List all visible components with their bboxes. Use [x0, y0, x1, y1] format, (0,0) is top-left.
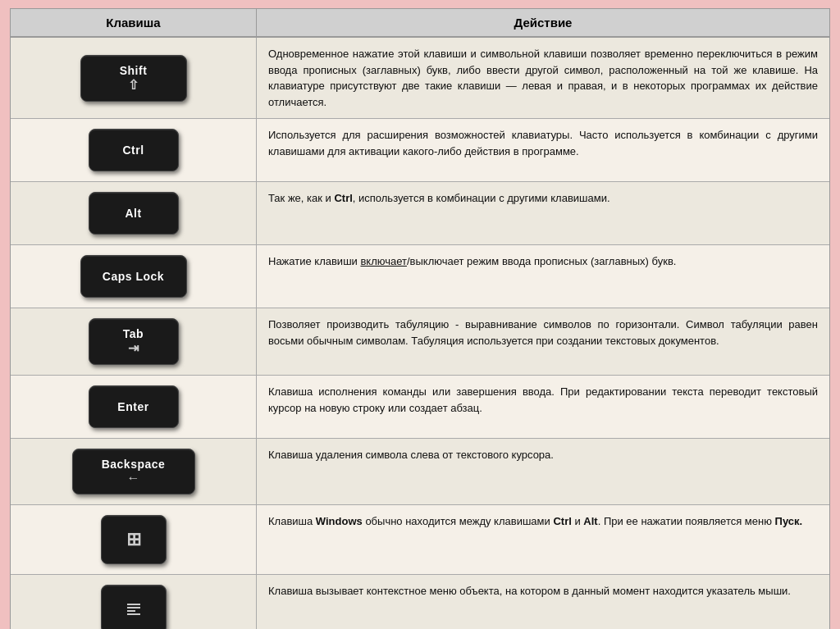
- table-row: Alt Так же, как и Ctrl, используется в к…: [11, 182, 829, 245]
- key-capslock: Caps Lock: [80, 255, 187, 298]
- key-label-alt: Alt: [125, 207, 141, 220]
- menu-line-4: [127, 613, 140, 615]
- table-header: Клавиша Действие: [11, 9, 829, 38]
- key-label-shift: Shift: [120, 64, 148, 77]
- key-cell-capslock: Caps Lock: [11, 245, 257, 308]
- desc-enter: Клавиша исполнения команды или завершени…: [257, 376, 829, 438]
- desc-tab: Позволяет производить табуляцию - выравн…: [257, 308, 829, 375]
- key-cell-ctrl: Ctrl: [11, 119, 257, 181]
- key-label-tab: Tab: [123, 327, 144, 340]
- key-enter: Enter: [89, 385, 179, 428]
- desc-windows: Клавиша Windows обычно находится между к…: [257, 505, 829, 574]
- table-row: Клавиша вызывает контекстное меню объект…: [11, 575, 829, 629]
- table-row: Shift ⇧ Одновременное нажатие этой клави…: [11, 38, 829, 119]
- desc-menu: Клавиша вызывает контекстное меню объект…: [257, 575, 829, 629]
- menu-icon: [127, 604, 140, 615]
- desc-capslock: Нажатие клавиши включает/выключает режим…: [257, 245, 829, 308]
- key-label-enter: Enter: [117, 400, 148, 413]
- key-backspace: Backspace ←: [72, 449, 195, 495]
- table-row: Ctrl Используется для расширения возможн…: [11, 119, 829, 182]
- keyboard-table: Клавиша Действие Shift ⇧ Одновременное н…: [10, 8, 830, 629]
- menu-line-1: [127, 604, 140, 605]
- desc-backspace: Клавиша удаления символа слева от тексто…: [257, 439, 829, 504]
- key-label-capslock: Caps Lock: [103, 270, 164, 283]
- header-action: Действие: [257, 9, 829, 36]
- key-windows: ⊞: [101, 515, 167, 564]
- tab-icon: ⇥: [128, 340, 139, 356]
- key-shift: Shift ⇧: [80, 55, 187, 102]
- desc-shift: Одновременное нажатие этой клавиши и сим…: [257, 38, 829, 118]
- key-cell-menu: [11, 575, 257, 629]
- header-key: Клавиша: [11, 9, 257, 36]
- key-cell-shift: Shift ⇧: [11, 38, 257, 118]
- desc-ctrl: Используется для расширения возможностей…: [257, 119, 829, 181]
- key-ctrl: Ctrl: [89, 129, 179, 171]
- key-tab: Tab ⇥: [89, 318, 179, 365]
- key-cell-enter: Enter: [11, 376, 257, 438]
- key-label-backspace: Backspace: [102, 458, 166, 471]
- table-row: ⊞ Клавиша Windows обычно находится между…: [11, 505, 829, 575]
- key-cell-backspace: Backspace ←: [11, 439, 257, 504]
- table-row: Caps Lock Нажатие клавиши включает/выклю…: [11, 245, 829, 308]
- menu-line-2: [127, 607, 140, 608]
- table-row: Enter Клавиша исполнения команды или зав…: [11, 376, 829, 439]
- shift-icon: ⇧: [128, 77, 139, 93]
- desc-alt: Так же, как и Ctrl, используется в комби…: [257, 182, 829, 244]
- key-cell-windows: ⊞: [11, 505, 257, 574]
- key-cell-tab: Tab ⇥: [11, 308, 257, 375]
- key-menu: [101, 585, 167, 629]
- key-cell-alt: Alt: [11, 182, 257, 244]
- key-alt: Alt: [89, 192, 179, 235]
- backspace-icon: ←: [127, 471, 140, 485]
- key-label-ctrl: Ctrl: [122, 144, 144, 157]
- windows-icon: ⊞: [126, 529, 141, 550]
- table-row: Tab ⇥ Позволяет производить табуляцию - …: [11, 308, 829, 376]
- table-row: Backspace ← Клавиша удаления символа сле…: [11, 439, 829, 505]
- menu-line-3: [127, 610, 135, 612]
